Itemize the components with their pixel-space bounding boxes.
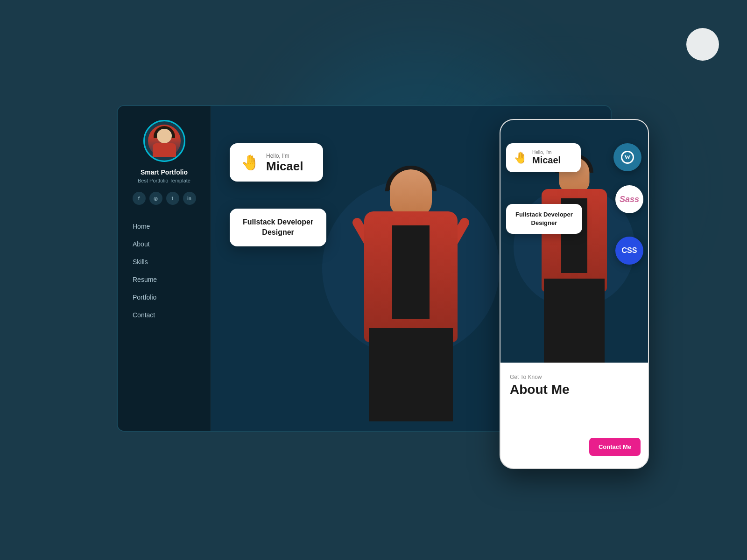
wp-circle: W	[621, 151, 634, 164]
mobile-name: Micael	[532, 155, 561, 166]
social-icons: f ◎ t in	[133, 192, 196, 205]
mobile-person-inner	[528, 153, 621, 363]
mobile-hello-text: Hello, I'm Micael	[532, 150, 561, 166]
hero-person	[341, 160, 481, 431]
nav-menu: Home About Skills Resume Portfolio Conta…	[127, 219, 201, 322]
social-twitter[interactable]: t	[166, 192, 179, 205]
person-headphones	[385, 166, 437, 191]
mobile-mockup: 🤚 Hello, I'm Micael Fullstack Developer …	[500, 119, 649, 469]
mobile-person	[528, 153, 621, 363]
avatar-body	[153, 143, 176, 157]
wp-logo: W	[625, 154, 631, 161]
hello-text: Hello, I'm Micael	[266, 153, 303, 172]
get-to-know-label: Get To Know	[510, 374, 639, 380]
tech-icon-wordpress: W	[613, 143, 641, 171]
sass-logo: Sass	[620, 195, 639, 204]
person-figure	[345, 160, 476, 421]
profile-subtitle: Best Portfolio Template	[138, 178, 190, 183]
tech-icon-sass: Sass	[615, 185, 643, 213]
mobile-greeting: Hello, I'm	[532, 150, 561, 155]
contact-button[interactable]: Contact Me	[589, 438, 641, 456]
nav-about[interactable]: About	[127, 237, 201, 252]
social-facebook[interactable]: f	[133, 192, 146, 205]
about-me-title: About Me	[510, 382, 639, 397]
mobile-top: 🤚 Hello, I'm Micael Fullstack Developer …	[500, 120, 648, 363]
mobile-role-text: Fullstack Developer Designer	[515, 210, 573, 227]
css-logo: CSS	[622, 246, 637, 255]
mobile-bottom: Get To Know About Me Contact Me	[500, 363, 648, 469]
sidebar: Smart Portfolio Best Portfolio Template …	[118, 106, 211, 431]
nav-contact[interactable]: Contact	[127, 308, 201, 322]
person-shirt	[392, 225, 430, 319]
hello-card-desktop: 🤚 Hello, I'm Micael	[230, 143, 323, 182]
nav-resume[interactable]: Resume	[127, 272, 201, 287]
person-pants	[369, 328, 453, 421]
tech-icon-css: CSS	[615, 237, 643, 265]
nav-portfolio[interactable]: Portfolio	[127, 290, 201, 305]
avatar	[143, 120, 185, 162]
mobile-hand-icon: 🤚	[514, 151, 528, 164]
mobile-role-card: Fullstack Developer Designer	[506, 204, 582, 234]
hand-icon: 🤚	[241, 154, 260, 171]
main-wrapper: Smart Portfolio Best Portfolio Template …	[117, 105, 630, 455]
profile-name: Smart Portfolio	[141, 168, 188, 176]
role-card-desktop: Fullstack Developer Designer	[230, 209, 326, 246]
role-text: Fullstack Developer Designer	[243, 217, 313, 238]
social-linkedin[interactable]: in	[183, 192, 196, 205]
avatar-person	[148, 125, 181, 157]
decorative-dot	[686, 28, 719, 61]
mobile-hello-card: 🤚 Hello, I'm Micael	[506, 143, 581, 172]
mp-pants	[544, 279, 605, 363]
hero-name: Micael	[266, 160, 303, 172]
nav-home[interactable]: Home	[127, 219, 201, 234]
social-instagram[interactable]: ◎	[149, 192, 162, 205]
nav-skills[interactable]: Skills	[127, 254, 201, 269]
hello-greeting: Hello, I'm	[266, 153, 303, 159]
